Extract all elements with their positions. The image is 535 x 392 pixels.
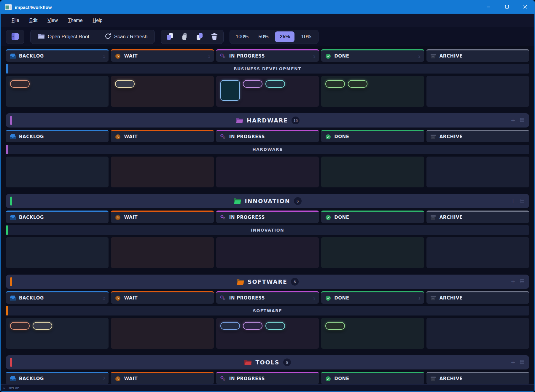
add-card-button[interactable]: + xyxy=(511,278,515,285)
maximize-button[interactable] xyxy=(498,1,516,14)
folder-icon xyxy=(244,359,252,366)
zoom-level-button-25[interactable]: 25% xyxy=(275,31,294,42)
collapse-section-button[interactable] xyxy=(520,360,524,365)
task-card[interactable] xyxy=(33,322,52,330)
column-header-archive: ARCHIVE xyxy=(426,291,529,304)
zoom-level-button-10[interactable]: 10% xyxy=(296,31,316,42)
column-label: WAIT xyxy=(124,295,138,301)
column-header-done: DONE2 xyxy=(321,49,424,62)
add-card-button[interactable]: + xyxy=(511,197,515,205)
inbox-icon xyxy=(9,53,16,59)
refresh-icon xyxy=(105,33,111,41)
column-label: ARCHIVE xyxy=(440,295,463,301)
group-label: BUSINESS DEVELOPMENT xyxy=(234,66,301,71)
task-card[interactable] xyxy=(265,322,285,330)
card-area-wait xyxy=(111,237,214,268)
task-card[interactable] xyxy=(325,80,345,88)
menu-item-theme[interactable]: Theme xyxy=(63,16,87,25)
column-header-backlog: BACKLOG1 xyxy=(6,49,109,62)
column-header-in_progress: ⚙⚙IN PROGRESS xyxy=(216,211,319,223)
zoom-level-button-50[interactable]: 50% xyxy=(254,31,273,42)
column-count: 3 xyxy=(313,296,315,300)
column-headers-row: BACKLOGWAIT⚙⚙IN PROGRESSDONEARCHIVE xyxy=(6,211,529,223)
menu-item-help[interactable]: Help xyxy=(88,16,107,25)
sidebar-toggle-button[interactable] xyxy=(9,31,22,43)
menu-item-view[interactable]: View xyxy=(43,16,62,25)
column-label: WAIT xyxy=(124,215,138,220)
column-header-backlog: BACKLOG2 xyxy=(6,291,109,304)
section-header-innovation: INNOVATION6+ xyxy=(6,194,529,208)
card-area-backlog xyxy=(6,157,109,187)
card-area-backlog xyxy=(6,318,109,349)
check-circle-icon xyxy=(325,53,331,59)
toolbar-group-project: Open Project Root... Scan / Refresh xyxy=(30,30,155,44)
add-card-button[interactable]: + xyxy=(511,359,515,366)
column-count: 2 xyxy=(418,54,420,58)
duplicate-button[interactable] xyxy=(193,31,206,43)
column-label: BACKLOG xyxy=(19,215,44,220)
menu-item-file[interactable]: File xyxy=(7,16,24,25)
column-count: 1 xyxy=(418,296,420,300)
collapse-section-button[interactable] xyxy=(520,199,524,203)
check-circle-icon xyxy=(325,215,331,220)
task-card[interactable] xyxy=(243,80,262,88)
toolbar-group-sidebar xyxy=(6,30,24,44)
section-hardware: HARDWARE15+BACKLOGWAIT⚙⚙IN PROGRESSDONEA… xyxy=(6,113,529,187)
gears-icon: ⚙⚙ xyxy=(220,133,226,140)
clock-icon xyxy=(114,215,121,220)
card-area-done xyxy=(321,76,424,107)
zoom-level-button-100[interactable]: 100% xyxy=(232,31,252,42)
window-title: impact4workflow xyxy=(15,5,52,10)
minimize-button[interactable] xyxy=(479,1,498,14)
column-count: 1 xyxy=(103,54,105,58)
task-card[interactable] xyxy=(10,80,30,88)
open-project-root-label: Open Project Root... xyxy=(48,34,93,40)
copy-button[interactable] xyxy=(163,31,176,43)
scan-refresh-button[interactable]: Scan / Refresh xyxy=(100,31,152,42)
column-headers-row: BACKLOG2WAIT⚙⚙IN PROGRESS3DONE1ARCHIVE xyxy=(6,291,529,304)
section-accent-bar xyxy=(10,358,12,367)
section-actions: + xyxy=(511,197,524,205)
section-count-badge: 5 xyxy=(283,358,291,366)
column-count: 1 xyxy=(208,54,210,58)
gears-icon: ⚙⚙ xyxy=(220,53,226,59)
task-card[interactable] xyxy=(348,80,367,88)
task-card[interactable] xyxy=(10,322,30,330)
card-area-backlog xyxy=(6,237,109,268)
menu-item-edit[interactable]: Edit xyxy=(25,16,42,25)
column-label: WAIT xyxy=(124,376,138,381)
scan-refresh-label: Scan / Refresh xyxy=(114,34,147,40)
paste-button[interactable] xyxy=(178,31,191,43)
close-button[interactable] xyxy=(516,1,534,14)
group-label-row: BUSINESS DEVELOPMENT xyxy=(6,64,529,74)
archive-box-icon xyxy=(430,296,437,301)
task-card[interactable] xyxy=(220,80,240,101)
app-window: impact4workflow FileEditViewThemeHelp Op… xyxy=(0,0,535,392)
card-area-in_progress xyxy=(216,318,319,349)
column-header-wait: WAIT xyxy=(111,291,214,304)
task-card[interactable] xyxy=(325,322,345,330)
collapse-section-button[interactable] xyxy=(520,279,524,284)
task-card[interactable] xyxy=(243,322,262,330)
sidebar-panel-icon xyxy=(11,33,19,41)
add-card-button[interactable]: + xyxy=(511,117,515,124)
card-area-in_progress xyxy=(216,157,319,187)
section-title: HARDWARE xyxy=(247,117,288,124)
cards-row xyxy=(6,76,529,107)
task-card[interactable] xyxy=(265,80,285,88)
task-card[interactable] xyxy=(115,80,135,88)
column-header-done: DONE xyxy=(321,372,424,384)
task-card[interactable] xyxy=(220,322,240,330)
group-accent-bar xyxy=(6,145,8,154)
open-project-root-button[interactable]: Open Project Root... xyxy=(33,31,98,42)
status-expander[interactable]: ▸ BizLab xyxy=(4,386,19,390)
collapse-section-button[interactable] xyxy=(520,118,524,123)
column-header-done: DONE xyxy=(321,211,424,223)
card-area-archive xyxy=(426,157,529,187)
card-area-wait xyxy=(111,318,214,349)
column-headers-row: BACKLOG1WAIT1⚙⚙IN PROGRESS3DONE2ARCHIVE xyxy=(6,49,529,62)
cards-row xyxy=(6,237,529,268)
plus-icon: + xyxy=(511,358,515,366)
folder-icon xyxy=(235,117,243,124)
trash-button[interactable] xyxy=(208,31,221,43)
